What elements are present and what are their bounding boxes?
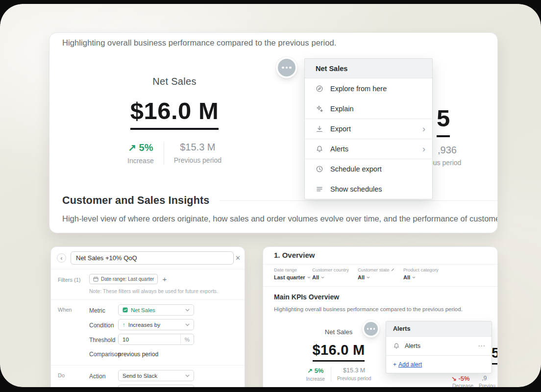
filter-value-dropdown[interactable]: All: [403, 274, 439, 280]
kpi-value: $16.0 M: [130, 97, 219, 130]
kpi-value: $16.0 M: [313, 342, 365, 362]
threshold-label: Threshold: [89, 337, 115, 343]
chevron-down-icon: [185, 374, 190, 377]
context-menu-header: Net Sales: [305, 59, 432, 78]
chevron-right-icon: ›: [422, 124, 425, 133]
filter-value-dropdown[interactable]: All: [358, 274, 403, 280]
bell-icon: [393, 343, 400, 349]
partial-kpi-previous-label: Previou: [479, 383, 495, 389]
action-label: Action: [89, 373, 105, 380]
comparison-label: Comparison: [89, 351, 121, 358]
section-description: High-level view of where orders originat…: [62, 214, 497, 223]
dot-icon: [286, 67, 288, 69]
filters-label: Filters (1): [58, 277, 80, 283]
alerts-popup-item[interactable]: Alerts ⋯: [386, 337, 492, 355]
arrow-up-icon: ↑: [123, 322, 125, 328]
dot-icon: [367, 328, 369, 330]
filters-note: Note: These filters will always be used …: [89, 288, 218, 294]
dot-icon: [373, 328, 375, 330]
add-alert-link[interactable]: + Add alert: [386, 355, 492, 373]
partial-kpi-value: 5: [437, 104, 450, 137]
back-button[interactable]: ‹: [57, 253, 66, 263]
close-icon[interactable]: ✕: [235, 254, 241, 262]
kpi-more-options-button[interactable]: [364, 322, 378, 336]
threshold-value: 10: [123, 337, 129, 343]
kpi-previous: $15.3 M Previous period: [174, 142, 221, 165]
filter-customer-country: Customer country All: [312, 267, 358, 280]
menu-item-export[interactable]: Export ›: [305, 119, 432, 139]
clock-icon: [316, 165, 323, 173]
alerts-popup: Alerts Alerts ⋯ + Add alert: [386, 321, 492, 373]
sparkle-icon: [316, 105, 323, 113]
filter-customer-state: Customer state All: [358, 267, 403, 280]
stat-divider: [164, 142, 164, 165]
chevron-down-icon: [321, 276, 324, 279]
threshold-input[interactable]: 10 %: [118, 334, 194, 345]
alert-title-input[interactable]: Net Sales +10% QoQ: [71, 251, 234, 265]
trigger-label: Trigger: [89, 388, 108, 392]
add-filter-button[interactable]: +: [162, 275, 167, 283]
kpi-more-options-button[interactable]: [278, 59, 295, 76]
trigger-value: Every time: [123, 388, 149, 392]
chevron-down-icon: [185, 309, 190, 312]
date-range-filter-chip[interactable]: Date range: Last quarter: [89, 274, 158, 284]
partial-kpi-previous: ,936: [438, 145, 457, 156]
menu-item-explain[interactable]: Explain: [305, 98, 432, 119]
partial-kpi-value: 5: [492, 345, 498, 365]
kpi-context-menu: Net Sales Explore from here Explain Expo…: [304, 58, 433, 199]
partial-kpi-change-value: -5%: [459, 375, 470, 382]
more-options-icon[interactable]: ⋯: [478, 342, 486, 350]
menu-item-label: Show schedules: [330, 185, 382, 193]
kpi-change-value: 5%: [315, 367, 324, 374]
plus-icon: +: [393, 361, 396, 368]
overview-dashboard-card: 1. Overview Date range Last quarter Cust…: [263, 246, 498, 392]
metric-icon: [123, 307, 128, 313]
alerts-popup-header: Alerts: [386, 321, 492, 337]
explore-icon: [316, 85, 323, 93]
kpi-change-value: 5%: [139, 142, 153, 153]
condition-label: Condition: [89, 322, 114, 329]
menu-item-schedule-export[interactable]: Schedule export: [305, 159, 432, 179]
chevron-right-icon: ›: [422, 145, 425, 153]
kpi-previous: $15.3 M Previous period: [337, 367, 371, 382]
filter-value: All: [312, 274, 319, 280]
trigger-select[interactable]: Every time: [118, 385, 194, 392]
kpi-change: ↗ 5% Increase: [306, 367, 325, 382]
menu-item-label: Export: [330, 125, 351, 133]
action-select[interactable]: Send to Slack: [118, 370, 194, 381]
divider: [51, 365, 245, 366]
metric-value: Net Sales: [131, 307, 155, 313]
kpi-section-subtitle: Highlighting overall business performanc…: [274, 306, 463, 312]
kpi-previous-value: $15.3 M: [337, 367, 371, 374]
trend-down-icon: ↘: [451, 375, 457, 382]
condition-select[interactable]: ↑ Increases by: [118, 319, 194, 330]
metric-select[interactable]: Net Sales: [118, 304, 194, 316]
kpi-title: Net Sales: [101, 76, 248, 87]
menu-item-label: Explain: [330, 105, 354, 113]
divider: [263, 286, 497, 287]
chevron-down-icon: [307, 276, 311, 279]
filter-value: All: [403, 274, 410, 280]
calendar-icon: [93, 276, 98, 282]
divider: [51, 299, 245, 300]
pencil-icon[interactable]: [391, 268, 395, 272]
kpi-change: ↗ 5% Increase: [127, 142, 154, 165]
list-icon: [316, 185, 323, 193]
dot-icon: [282, 67, 284, 69]
filter-value-dropdown[interactable]: Last quarter: [274, 274, 312, 280]
dot-icon: [289, 67, 292, 69]
menu-item-show-schedules[interactable]: Show schedules: [305, 179, 432, 199]
menu-item-alerts[interactable]: Alerts ›: [305, 139, 432, 159]
menu-item-label: Alerts: [330, 145, 348, 153]
filter-product-category: Product category All: [403, 267, 439, 280]
chevron-down-icon: [367, 276, 370, 279]
filter-value-dropdown[interactable]: All: [312, 274, 358, 280]
trend-up-icon: ↗: [128, 142, 136, 153]
partial-kpi-previous-label: ous period: [429, 159, 461, 167]
overview-title: 1. Overview: [274, 251, 315, 259]
menu-item-explore-from-here[interactable]: Explore from here: [305, 78, 432, 98]
add-alert-label: Add alert: [398, 361, 422, 368]
partial-kpi-change-label: Decrease: [452, 383, 473, 389]
dot-icon: [370, 328, 372, 330]
filter-value: Last quarter: [274, 274, 305, 280]
